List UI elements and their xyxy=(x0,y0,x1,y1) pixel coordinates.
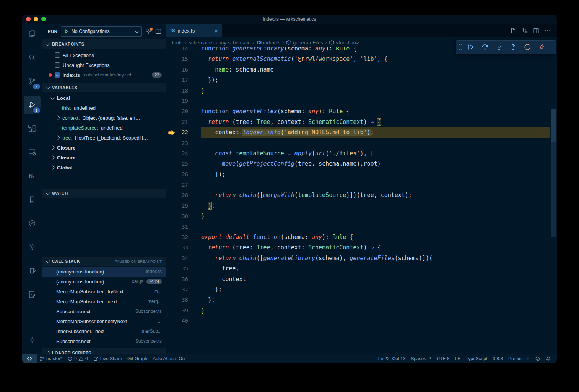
code-line[interactable]: 32export default function(schema: any): … xyxy=(166,232,550,242)
indentation-status[interactable]: Spaces: 2 xyxy=(408,354,434,363)
code-line[interactable]: 34 return chain([generateLibrary(schema)… xyxy=(166,253,550,264)
tab-index-ts[interactable]: TS index.ts × xyxy=(166,24,222,37)
code-line[interactable]: 39} xyxy=(166,306,550,316)
line-number[interactable]: 25 xyxy=(166,159,188,169)
line-number[interactable]: 19 xyxy=(166,96,188,106)
step-over-button[interactable] xyxy=(478,41,492,53)
remote-indicator[interactable] xyxy=(22,354,37,363)
feedback-button[interactable] xyxy=(532,354,543,363)
breakpoint-checkbox[interactable] xyxy=(55,52,60,58)
sidebar-item-mug[interactable] xyxy=(24,262,41,280)
line-number[interactable]: 31 xyxy=(166,222,188,232)
call-stack-frame[interactable]: InnerSubscriber._nextInnerSub... xyxy=(42,326,166,336)
call-stack-frame[interactable]: MergeMapSubscriber._nextmerg... xyxy=(42,296,166,306)
variable-row[interactable]: context:Object {debug: false, en… xyxy=(42,113,166,123)
line-number[interactable]: 15 xyxy=(166,54,188,64)
line-number[interactable]: 17 xyxy=(166,75,188,85)
manage-button[interactable] xyxy=(24,331,41,349)
line-number[interactable]: 27 xyxy=(166,180,188,190)
breadcrumb-item[interactable]: my-schematic xyxy=(220,40,250,46)
code-line[interactable]: 25 move(getProjectConfig(tree, schema.na… xyxy=(166,159,550,169)
line-number[interactable]: 21 xyxy=(166,117,188,127)
line-number[interactable]: 33 xyxy=(166,242,188,253)
sidebar-item-source-control[interactable]: 3 xyxy=(24,72,41,90)
code-line[interactable]: 28 return chain([mergeWith(templateSourc… xyxy=(166,190,550,200)
restart-button[interactable] xyxy=(520,41,534,53)
problems-status[interactable]: 0 0 xyxy=(65,354,90,363)
line-number[interactable]: 29 xyxy=(166,201,188,211)
code-line[interactable]: 22 context.logger.info('adding NOTES.md … xyxy=(166,127,550,138)
debug-config-dropdown[interactable]: No Configurations xyxy=(61,26,142,37)
variable-row[interactable]: Global xyxy=(42,163,166,172)
code-editor[interactable]: 14function generateLibrary(schema: any):… xyxy=(166,47,557,354)
typescript-version[interactable]: 3.8.3 xyxy=(490,354,506,363)
breadcrumb-item-file[interactable]: TS index.ts xyxy=(257,40,280,46)
sidebar-item-run-debug[interactable]: 1 xyxy=(24,96,41,114)
sidebar-item-nx-console[interactable]: N≥ xyxy=(24,167,41,185)
sidebar-item-notes[interactable] xyxy=(24,285,41,304)
code-line[interactable]: 27 xyxy=(166,180,550,190)
code-line[interactable]: 30} xyxy=(166,211,550,221)
line-number[interactable]: 14 xyxy=(166,47,188,54)
call-stack-frame[interactable]: MergeMapSubscriber._tryNextm... xyxy=(42,286,166,296)
breakpoint-row[interactable]: index.tstools/schematics/my-sch...22 xyxy=(42,70,166,80)
notifications-button[interactable] xyxy=(543,354,554,363)
disconnect-button[interactable] xyxy=(534,41,548,53)
code-line[interactable]: 17 }); xyxy=(166,75,550,85)
sidebar-item-extensions[interactable] xyxy=(24,119,41,138)
variable-row[interactable]: Closure xyxy=(42,143,166,153)
debug-settings-button[interactable] xyxy=(145,28,151,34)
call-stack-frame[interactable]: (anonymous function)call.js74:24 xyxy=(42,277,166,286)
line-number[interactable]: 18 xyxy=(166,86,188,96)
line-number[interactable]: 39 xyxy=(166,306,188,316)
split-editor-button[interactable] xyxy=(531,25,542,36)
variable-row[interactable]: templateSource:undefined xyxy=(42,123,166,133)
sidebar-item-explorer[interactable] xyxy=(24,24,41,43)
line-number[interactable]: 20 xyxy=(166,106,188,117)
sidebar-item-compass[interactable] xyxy=(24,214,41,233)
code-line[interactable]: 40 xyxy=(166,316,550,326)
sidebar-item-bookmarks[interactable] xyxy=(24,190,41,209)
code-line[interactable]: 38 }; xyxy=(166,295,550,305)
prettier-status[interactable]: Prettier: ✓ xyxy=(506,354,532,363)
eol-status[interactable]: LF xyxy=(452,354,463,363)
sidebar-item-search[interactable] xyxy=(24,48,41,67)
code-line[interactable]: 24 const templateSource = apply(url('./f… xyxy=(166,148,550,159)
encoding-status[interactable]: UTF-8 xyxy=(434,354,452,363)
git-compare-button[interactable] xyxy=(519,25,530,36)
call-stack-header[interactable]: CALL STACK PAUSED ON BREAKPOINT xyxy=(42,256,166,266)
cursor-position[interactable]: Ln 22, Col 13 xyxy=(376,354,408,363)
live-share-status[interactable]: Live Share xyxy=(91,354,125,363)
chevron-right-icon[interactable] xyxy=(55,135,60,140)
breakpoint-row[interactable]: All Exceptions xyxy=(42,50,166,60)
breadcrumb-item-symbol[interactable]: generateFiles xyxy=(286,40,323,46)
variable-row[interactable]: this:undefined xyxy=(42,103,166,113)
step-out-button[interactable] xyxy=(506,41,520,53)
line-number[interactable]: 36 xyxy=(166,274,188,285)
chevron-right-icon[interactable] xyxy=(50,155,54,159)
more-actions-button[interactable] xyxy=(542,25,553,36)
code-line[interactable]: 33 return (tree: Tree, context: Schemati… xyxy=(166,242,550,253)
code-line[interactable]: 36 context xyxy=(166,274,550,285)
call-stack-frame[interactable]: Subscriber.nextSubscriber.ts xyxy=(42,306,166,316)
open-changes-button[interactable] xyxy=(508,25,519,36)
code-line[interactable]: 23 xyxy=(166,138,550,148)
chevron-down-icon[interactable] xyxy=(50,95,54,99)
close-button[interactable] xyxy=(26,17,31,21)
code-line[interactable]: 26 ]); xyxy=(166,169,550,180)
line-number[interactable]: 40 xyxy=(166,316,188,326)
code-line[interactable]: 37 ); xyxy=(166,285,550,295)
call-stack-frame[interactable]: (anonymous function)index.ts xyxy=(42,267,166,277)
line-number[interactable]: 23 xyxy=(166,138,188,148)
code-line[interactable]: 31 xyxy=(166,222,550,232)
open-panel-button[interactable] xyxy=(155,28,162,35)
line-number[interactable]: 34 xyxy=(166,253,188,264)
watch-header[interactable]: WATCH xyxy=(42,188,166,198)
code-line[interactable]: 35 tree, xyxy=(166,264,550,274)
variable-row[interactable]: Closure xyxy=(42,153,166,163)
auto-attach-status[interactable]: Auto Attach: On xyxy=(150,354,187,363)
code-line[interactable]: 15 return externalSchematic('@nrwl/works… xyxy=(166,54,550,64)
breakpoint-checkbox[interactable] xyxy=(55,62,60,68)
continue-button[interactable] xyxy=(464,41,478,53)
variables-header[interactable]: VARIABLES xyxy=(42,83,166,92)
